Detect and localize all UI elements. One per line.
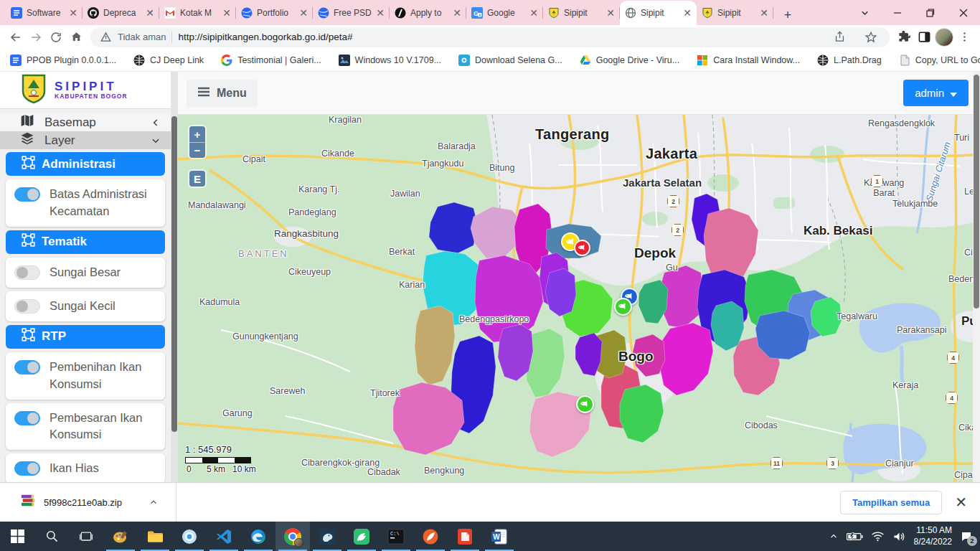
- taskbar-search-icon[interactable]: [34, 522, 69, 551]
- map-canvas[interactable]: KragilanTangerangJakartaBalaradjaCikande…: [178, 115, 973, 482]
- restore-button[interactable]: [914, 0, 947, 25]
- layer-toggle[interactable]: [14, 299, 40, 314]
- bookmark-item[interactable]: Copy, URL to Googl...: [899, 55, 980, 66]
- zoom-out-button[interactable]: −: [189, 142, 205, 158]
- minimize-button[interactable]: [881, 0, 914, 25]
- browser-tab[interactable]: Sipipit✕: [697, 1, 773, 25]
- download-caret-icon[interactable]: [149, 497, 159, 507]
- tab-close-icon[interactable]: ✕: [69, 8, 77, 18]
- taskbar-bluecircle-icon[interactable]: [172, 522, 207, 551]
- forward-button[interactable]: [26, 27, 46, 47]
- sidebar-scrollbar[interactable]: [171, 72, 178, 482]
- share-icon[interactable]: [829, 27, 849, 47]
- show-all-downloads-button[interactable]: Tampilkan semua: [840, 491, 942, 514]
- export-button[interactable]: E: [189, 171, 205, 187]
- taskbar-edge-icon[interactable]: [241, 522, 275, 551]
- layer-toggle[interactable]: [14, 461, 40, 476]
- layer-toggle[interactable]: [14, 265, 40, 280]
- layer-toggle[interactable]: [14, 360, 40, 375]
- bookmark-item[interactable]: Windows 10 V.1709...: [339, 55, 441, 66]
- layer-section-header[interactable]: RTP: [6, 325, 165, 349]
- tab-close-icon[interactable]: ✕: [299, 8, 308, 18]
- taskbar-vscode-icon[interactable]: [207, 522, 241, 551]
- taskbar-paint-icon[interactable]: [103, 522, 138, 551]
- hidden-icons-chevron[interactable]: [829, 532, 839, 542]
- sidebar-item-layer[interactable]: Layer: [0, 131, 171, 149]
- tab-search-chevron-icon[interactable]: [848, 0, 881, 25]
- tab-close-icon[interactable]: ✕: [453, 8, 461, 18]
- layer-section-header[interactable]: Tematik: [6, 230, 165, 254]
- action-center-icon[interactable]: 2: [960, 530, 973, 543]
- menu-button[interactable]: Menu: [187, 80, 258, 107]
- bookmark-item[interactable]: Testimonial | Galeri...: [221, 55, 321, 66]
- taskbar-word-icon[interactable]: W: [482, 522, 517, 551]
- kecamatan-polygon[interactable]: [545, 268, 576, 316]
- back-button[interactable]: [6, 27, 26, 47]
- fish-cluster-marker[interactable]: [614, 298, 632, 316]
- profile-avatar[interactable]: [934, 27, 954, 47]
- volume-icon[interactable]: [892, 531, 906, 542]
- taskbar-dbeaver-icon[interactable]: [310, 522, 344, 551]
- address-bar[interactable]: Tidak aman http://sipipitkangen.bogorkab…: [90, 27, 890, 47]
- bookmark-item[interactable]: PPOB Plugin 0.0.0.1...: [10, 55, 116, 66]
- download-item[interactable]: 5f998c211e0ab.zip: [13, 494, 166, 511]
- layer-section-header[interactable]: Administrasi: [6, 152, 165, 176]
- browser-tab[interactable]: Sipipit✕: [620, 1, 697, 25]
- bookmark-star-icon[interactable]: [861, 27, 881, 47]
- taskbar-taskview-icon[interactable]: [69, 522, 103, 551]
- battery-icon[interactable]: [847, 532, 863, 542]
- page-scrollbar-thumb[interactable]: [974, 75, 979, 309]
- browser-tab[interactable]: Portfolio✕: [236, 1, 313, 25]
- layer-toggle[interactable]: [14, 187, 40, 202]
- tab-close-icon[interactable]: ✕: [760, 8, 768, 18]
- doc-blue-icon: [10, 55, 22, 66]
- browser-menu-icon[interactable]: [954, 27, 974, 47]
- tab-close-icon[interactable]: ✕: [529, 8, 538, 18]
- browser-tab[interactable]: Free PSD✕: [313, 1, 390, 25]
- close-window-button[interactable]: [947, 0, 980, 25]
- extensions-icon[interactable]: [894, 27, 914, 47]
- reload-button[interactable]: [46, 27, 66, 47]
- sidebar-scrollbar-thumb[interactable]: [171, 116, 177, 432]
- new-tab-button[interactable]: +: [778, 5, 798, 25]
- page-scrollbar[interactable]: [973, 72, 980, 482]
- tab-close-icon[interactable]: ✕: [146, 8, 154, 18]
- sidebar-item-basemap[interactable]: Basemap: [0, 113, 171, 131]
- zoom-in-button[interactable]: +: [189, 126, 205, 142]
- browser-tab[interactable]: GAGoogle✕: [466, 1, 543, 25]
- bookmark-item[interactable]: Download Selena G...: [458, 55, 562, 66]
- browser-tab[interactable]: Kotak M✕: [159, 1, 236, 25]
- tab-close-icon[interactable]: ✕: [606, 8, 615, 18]
- bookmark-item[interactable]: Google Drive - Viru...: [580, 55, 679, 66]
- fish-cluster-marker[interactable]: [576, 395, 594, 413]
- taskbar-clock[interactable]: 11:50 AM 8/24/2022: [914, 525, 952, 547]
- side-panel-icon[interactable]: [914, 27, 934, 47]
- taskbar-explorer-icon[interactable]: [138, 522, 172, 551]
- browser-tab[interactable]: Apply to✕: [390, 1, 466, 25]
- not-secure-warning-icon[interactable]: [99, 27, 112, 47]
- taskbar-laragon-icon[interactable]: [344, 522, 379, 551]
- bookmark-item[interactable]: Cara Install Window...: [697, 55, 800, 66]
- kecamatan-polygon[interactable]: [711, 301, 744, 351]
- browser-tab[interactable]: Sipipit✕: [543, 1, 620, 25]
- browser-tab[interactable]: Software✕: [6, 1, 83, 25]
- fish-cluster-marker[interactable]: [574, 240, 590, 256]
- wifi-icon[interactable]: [871, 531, 885, 542]
- browser-tab[interactable]: Depreca✕: [83, 1, 159, 25]
- taskbar-feather-icon[interactable]: [413, 522, 448, 551]
- tab-close-icon[interactable]: ✕: [376, 8, 385, 18]
- admin-dropdown-button[interactable]: admin: [903, 80, 969, 106]
- close-download-bar-icon[interactable]: ✕: [955, 495, 967, 509]
- layer-toggle[interactable]: [14, 411, 40, 425]
- tab-close-icon[interactable]: ✕: [222, 8, 231, 18]
- taskbar-start-icon[interactable]: [0, 522, 34, 551]
- bookmark-item[interactable]: L.Path.Drag: [817, 55, 882, 66]
- home-button[interactable]: [66, 27, 86, 47]
- taskbar-pdf-icon[interactable]: [448, 522, 482, 551]
- bookmark-item[interactable]: CJ Deep Link: [133, 55, 204, 66]
- tab-close-icon[interactable]: ✕: [683, 8, 692, 18]
- taskbar-chrome-icon[interactable]: [275, 522, 310, 551]
- url-text[interactable]: http://sipipitkangen.bogorkab.go.id/peta…: [178, 32, 352, 42]
- kecamatan-polygon[interactable]: [755, 311, 810, 359]
- taskbar-cmd-icon[interactable]: C:\: [379, 522, 413, 551]
